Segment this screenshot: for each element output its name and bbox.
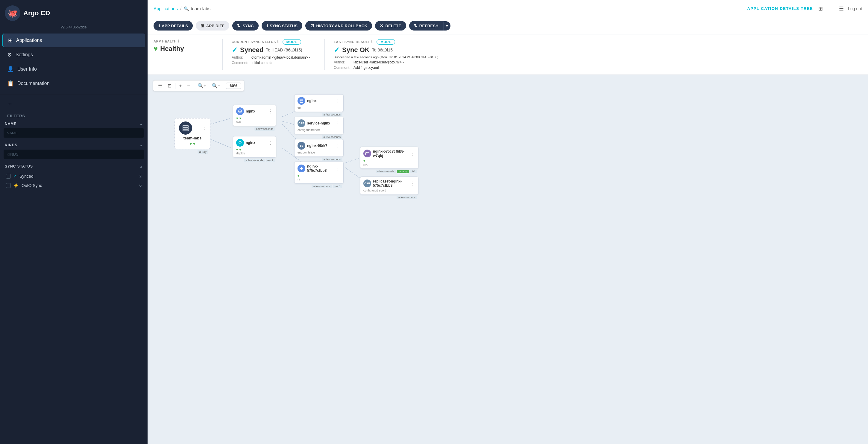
status-divider-2 [324, 39, 325, 70]
node-nginx-98rk7[interactable]: ES nginx-98rk7 ⋮ endpointslice a few sec… [294, 139, 344, 157]
back-button[interactable]: ← [0, 98, 148, 110]
node-nginx-ep[interactable]: nginx ⋮ ep a few seconds [294, 94, 344, 112]
header-icons: ⊞ ⋯ ☰ Log out [817, 4, 862, 13]
search-icon: 🔍 [184, 6, 189, 11]
zoom-out-button[interactable]: − [185, 83, 191, 89]
ep-icon [298, 97, 305, 105]
history-rollback-button[interactable]: ⏱ HISTORY AND ROLLBACK [305, 21, 372, 31]
rs-timestamp: a few seconds [312, 185, 332, 188]
node-nginx-deploy-menu[interactable]: ⋮ [268, 140, 273, 146]
node-nginx-rs-menu[interactable]: ⋮ [336, 166, 340, 171]
kinds-filter-toggle[interactable]: KINDS ▲ [4, 142, 144, 149]
sidebar-item-label-user: User Info [18, 66, 37, 72]
last-sync-check-icon: ✓ [334, 46, 340, 54]
sidebar-item-applications[interactable]: ⊞ Applications [2, 33, 145, 47]
app-health-block: APP HEALTH ℹ ♥ Healthy [154, 39, 213, 70]
kinds-filter-input[interactable] [4, 150, 144, 159]
page-title: APPLICATION DETAILS TREE [747, 6, 813, 11]
current-sync-title: CURRENT SYNC STATUS ℹ MORE [232, 39, 315, 44]
last-sync-comment-row: Comment: Add 'nginx.yaml' [334, 66, 438, 70]
node-nginx-ep-type: ep [298, 106, 340, 109]
node-service-nginx[interactable]: CAR service-nginx ⋮ configauditreport a … [294, 117, 344, 134]
refresh-dropdown-button[interactable]: ▾ [443, 21, 451, 31]
synced-check-icon: ✓ [13, 173, 17, 179]
node-replicaset-car[interactable]: CAR replicaset-nginx-575c7cfbb8 ⋮ config… [360, 177, 418, 195]
svg-rect-13 [300, 99, 303, 103]
version-label: v2.5.4+86b2dde [0, 24, 148, 33]
sidebar-nav: ⊞ Applications ⚙ Settings 👤 User Info 📋 … [0, 33, 148, 90]
name-filter-toggle[interactable]: NAME ▲ [4, 121, 144, 127]
pod-icon [363, 150, 371, 157]
toolbar: ℹ APP DETAILS ⊞ APP DIFF ↻ SYNC ℹ SYNC S… [148, 18, 868, 34]
node-nginx-pod-header: nginx-575c7cfbb8-w7qbj ⋮ [363, 149, 415, 158]
node-team-labs[interactable]: ⋮ team-labs ♥ ♥ a day [175, 118, 210, 149]
sync-status-button[interactable]: ℹ SYNC STATUS [261, 21, 302, 31]
node-nginx-pod[interactable]: nginx-575c7cfbb8-w7qbj ⋮ ♥ pod a few sec… [360, 147, 418, 169]
app-name: Argo CD [23, 9, 50, 17]
last-sync-more-button[interactable]: MORE [376, 39, 395, 44]
node-nginx-deploy-type: deploy [236, 152, 273, 155]
name-filter-input[interactable] [4, 128, 144, 138]
status-divider-1 [222, 39, 223, 70]
synced-checkbox[interactable] [6, 174, 11, 179]
zoom-fit-icon[interactable]: 🔍+ [196, 82, 208, 89]
delete-icon: ✕ [380, 23, 383, 28]
node-menu-icon[interactable]: ⋮ [203, 127, 206, 130]
sync-status-label: SYNC STATUS [270, 24, 298, 28]
canvas-area[interactable]: ☰ ⊡ + − 🔍+ 🔍− 60% [148, 75, 868, 444]
logout-button[interactable]: Log out [848, 6, 862, 11]
sidebar-item-settings[interactable]: ⚙ Settings [2, 48, 145, 62]
app-diff-button[interactable]: ⊞ APP DIFF [196, 21, 229, 31]
app-health-info-icon[interactable]: ℹ [178, 39, 180, 43]
grid-view-button[interactable]: ⊞ [817, 4, 824, 13]
outofsync-label: OutOfSync [22, 183, 42, 188]
node-replicaset-car-header: CAR replicaset-nginx-575c7cfbb8 ⋮ [363, 179, 415, 188]
node-service-nginx-title: service-nginx [307, 121, 334, 125]
last-sync-info-icon[interactable]: ℹ [371, 40, 373, 44]
fit-view-btn[interactable]: ⊡ [166, 82, 173, 89]
node-nginx-pod-status: ♥ [363, 159, 415, 162]
list-view-button[interactable]: ☰ [838, 4, 845, 13]
refresh-label: REFRESH [419, 24, 438, 28]
app-health-value: ♥ Healthy [154, 44, 213, 53]
sync-item-outofsync[interactable]: ⚡ OutOfSync 0 [5, 181, 143, 190]
outofsync-checkbox[interactable] [6, 183, 11, 188]
list-view-btn[interactable]: ☰ [156, 82, 164, 89]
sidebar-item-user-info[interactable]: 👤 User Info [2, 62, 145, 76]
header-right: APPLICATION DETAILS TREE ⊞ ⋯ ☰ Log out [747, 4, 862, 13]
sync-status-items: ✓ Synced 2 ⚡ OutOfSync 0 [4, 170, 144, 192]
node-nginx-svc[interactable]: nginx ⋮ ♥ ♥ svc a few seconds [233, 105, 276, 126]
sync-item-synced[interactable]: ✓ Synced 2 [5, 171, 143, 181]
current-sync-info-icon[interactable]: ℹ [277, 40, 279, 44]
node-service-nginx-menu[interactable]: ⋮ [336, 121, 340, 126]
node-nginx-svc-menu[interactable]: ⋮ [268, 108, 273, 114]
last-sync-to-label: To 86a9f15 [372, 47, 393, 52]
zoom-sep-3 [224, 83, 224, 89]
node-nginx-ep-menu[interactable]: ⋮ [336, 98, 340, 104]
sync-button[interactable]: ↻ SYNC [232, 21, 258, 31]
zoom-out-icon[interactable]: 🔍− [210, 82, 222, 89]
breadcrumb-link[interactable]: Applications [154, 6, 178, 11]
node-nginx-rs-header: nginx-575c7cfbb8 ⋮ [298, 164, 340, 172]
logo-area: 🐙 Argo CD [0, 0, 148, 24]
node-nginx-rs-type: rs [298, 178, 340, 181]
name-filter-arrow: ▲ [140, 122, 143, 126]
node-replicaset-car-menu[interactable]: ⋮ [410, 181, 415, 186]
refresh-button[interactable]: ↻ REFRESH [409, 21, 443, 31]
zoom-in-button[interactable]: + [177, 83, 184, 89]
current-sync-more-button[interactable]: MORE [283, 39, 301, 44]
network-view-button[interactable]: ⋯ [827, 4, 835, 13]
sync-status-toggle[interactable]: SYNC STATUS ▲ [4, 163, 144, 170]
node-nginx-98rk7-menu[interactable]: ⋮ [336, 143, 340, 149]
node-nginx-deploy[interactable]: nginx ⋮ ♥ ♥ deploy a few seconds rev:1 [233, 136, 276, 158]
app-details-button[interactable]: ℹ APP DETAILS [154, 21, 193, 31]
node-nginx-pod-menu[interactable]: ⋮ [410, 151, 415, 156]
diff-icon: ⊞ [200, 23, 204, 28]
sync-status-arrow: ▲ [140, 164, 143, 168]
delete-button[interactable]: ✕ DELETE [375, 21, 406, 31]
node-nginx-rs[interactable]: nginx-575c7cfbb8 ⋮ ♥ rs a few seconds re… [294, 162, 344, 184]
filters-title: FILTERS [4, 110, 144, 121]
node-service-nginx-type: configauditreport [298, 128, 340, 132]
node-nginx-rs-title: nginx-575c7cfbb8 [307, 164, 334, 172]
sidebar-item-documentation[interactable]: 📋 Documentation [2, 76, 145, 90]
